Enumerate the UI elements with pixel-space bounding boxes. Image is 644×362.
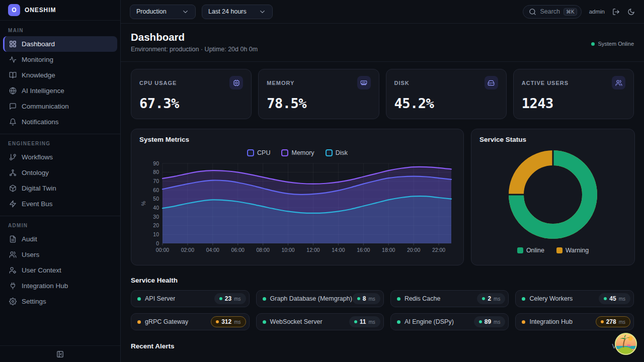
stats-grid: CPU USAGE 67.3% MEMORY 78.5% DISK 45.2% … xyxy=(131,69,634,119)
user-cog-icon xyxy=(9,266,17,274)
latency-unit: ms xyxy=(494,296,500,302)
latency-unit: ms xyxy=(234,296,240,302)
svg-text:06:00: 06:00 xyxy=(231,247,245,253)
service-status-dot xyxy=(137,320,141,324)
latency-unit: ms xyxy=(619,296,625,302)
message-square-icon xyxy=(9,103,17,110)
sidebar-item-workflows[interactable]: Workflows xyxy=(3,149,117,165)
latency-value: 278 xyxy=(606,318,616,325)
service-name: API Server xyxy=(145,295,175,302)
sidebar-item-ai-intelligence[interactable]: AI Intelligence xyxy=(3,83,117,99)
latency-dot xyxy=(357,297,360,300)
book-open-icon xyxy=(9,71,17,79)
sidebar-item-audit[interactable]: Audit xyxy=(3,231,117,247)
latency-unit: ms xyxy=(619,319,625,325)
system-metrics-card: System Metrics CPUMemoryDisk 01020304050… xyxy=(131,129,464,265)
app-name: ONESHIM xyxy=(25,7,56,14)
service-name: Graph Database (Memgraph) xyxy=(270,295,352,302)
legend-item-cpu[interactable]: CPU xyxy=(247,149,270,156)
stat-value: 67.3% xyxy=(139,96,243,111)
chevron-down-icon xyxy=(182,8,189,16)
stat-card: ACTIVE USERS 1243 xyxy=(513,69,634,119)
legend-swatch xyxy=(281,149,288,156)
sidebar-item-event-bus[interactable]: Event Bus xyxy=(3,196,117,212)
panel-collapse-icon[interactable] xyxy=(56,350,64,358)
sidebar: O ONESHIM MAIN Dashboard Monitoring Know… xyxy=(0,0,121,362)
svg-text:30: 30 xyxy=(153,214,159,220)
sidebar-item-settings[interactable]: Settings xyxy=(3,294,117,309)
environment-select-value: Production xyxy=(136,8,167,15)
service-name: Redis Cache xyxy=(405,295,441,302)
sidebar-item-ontology[interactable]: Ontology xyxy=(3,165,117,180)
search-placeholder: Search xyxy=(540,8,560,15)
page-header: Dashboard Environment: production · Upti… xyxy=(121,24,644,62)
sidebar-item-monitoring[interactable]: Monitoring xyxy=(3,52,117,67)
legend-swatch xyxy=(517,247,523,253)
user-name: admin xyxy=(589,9,605,15)
service-item-redis-cache: Redis Cache 2 ms xyxy=(390,290,509,307)
service-status-title: Service Status xyxy=(479,136,626,143)
sidebar-item-notifications[interactable]: Notifications xyxy=(3,114,117,130)
island-sticker[interactable] xyxy=(614,332,637,355)
service-item-api-server: API Server 23 ms xyxy=(131,290,250,307)
service-status-dot xyxy=(397,320,400,324)
sidebar-section-label: MAIN xyxy=(0,23,120,36)
search-icon xyxy=(529,8,536,16)
latency-unit: ms xyxy=(369,319,375,325)
latency-value: 2 xyxy=(488,295,491,302)
service-status-dot xyxy=(522,320,525,324)
environment-select[interactable]: Production xyxy=(130,5,196,19)
service-status-dot xyxy=(137,297,141,301)
time-range-select-value: Last 24 hours xyxy=(208,8,247,15)
latency-value: 8 xyxy=(363,295,366,302)
sidebar-item-knowledge[interactable]: Knowledge xyxy=(3,67,117,83)
recent-alerts-title: Recent Alerts xyxy=(131,342,175,350)
svg-text:50: 50 xyxy=(153,196,159,202)
service-item-graph-database-memgraph: Graph Database (Memgraph) 8 ms xyxy=(256,290,384,307)
status-dot xyxy=(591,42,595,46)
search-shortcut: ⌘K xyxy=(564,8,577,16)
svg-text:22:00: 22:00 xyxy=(432,247,445,253)
svg-text:60: 60 xyxy=(153,187,159,193)
users-icon xyxy=(9,251,17,258)
service-status-dot xyxy=(263,320,266,324)
service-health-grid: API Server 23 ms Graph Database (Memgrap… xyxy=(131,290,634,330)
latency-badge: 2 ms xyxy=(477,293,505,304)
legend-item-memory[interactable]: Memory xyxy=(281,149,314,156)
dashboard-icon xyxy=(9,40,17,48)
svg-text:10:00: 10:00 xyxy=(281,247,294,253)
logout-icon[interactable] xyxy=(612,8,620,16)
service-item-grpc-gateway: gRPC Gateway 312 ms xyxy=(131,313,250,330)
stat-value: 45.2% xyxy=(394,96,498,111)
time-range-select[interactable]: Last 24 hours xyxy=(202,5,273,19)
moon-icon[interactable] xyxy=(627,8,635,16)
legend-swatch xyxy=(326,149,333,156)
svg-text:20: 20 xyxy=(153,222,159,228)
file-text-icon xyxy=(9,235,17,243)
svg-text:40: 40 xyxy=(153,205,159,211)
latency-dot xyxy=(219,297,222,300)
sidebar-item-communication[interactable]: Communication xyxy=(3,99,117,114)
latency-dot xyxy=(482,297,485,300)
stat-card: CPU USAGE 67.3% xyxy=(131,69,252,119)
legend-item-disk[interactable]: Disk xyxy=(326,149,348,156)
sidebar-item-digital-twin[interactable]: Digital Twin xyxy=(3,180,117,196)
latency-unit: ms xyxy=(234,319,240,325)
service-name: AI Engine (DSPy) xyxy=(405,318,454,325)
latency-badge: 278 ms xyxy=(596,316,630,327)
svg-text:70: 70 xyxy=(153,178,159,184)
stat-label: DISK xyxy=(394,80,410,86)
svg-text:90: 90 xyxy=(153,160,159,166)
sidebar-item-user-context[interactable]: User Context xyxy=(3,262,117,278)
sidebar-item-dashboard[interactable]: Dashboard xyxy=(3,36,117,52)
latency-value: 11 xyxy=(360,318,366,325)
svg-text:80: 80 xyxy=(153,169,159,175)
search-input[interactable]: Search ⌘K xyxy=(523,5,581,19)
service-name: Celery Workers xyxy=(529,295,573,302)
svg-text:16:00: 16:00 xyxy=(357,247,370,253)
sidebar-item-users[interactable]: Users xyxy=(3,247,117,262)
topbar: Production Last 24 hours Search ⌘K admin xyxy=(121,0,644,24)
sidebar-item-integration-hub[interactable]: Integration Hub xyxy=(3,278,117,294)
sidebar-nav: MAIN Dashboard Monitoring Knowledge AI I… xyxy=(0,21,120,345)
latency-value: 89 xyxy=(485,318,491,325)
